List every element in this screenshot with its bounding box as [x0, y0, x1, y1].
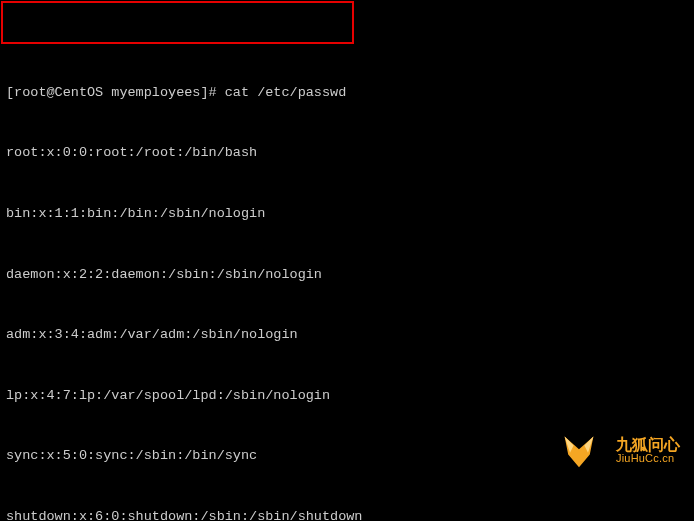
watermark-text: 九狐问心 JiuHuCc.cn — [616, 437, 680, 464]
output-line: adm:x:3:4:adm:/var/adm:/sbin/nologin — [6, 325, 688, 345]
watermark-sub: JiuHuCc.cn — [616, 453, 680, 464]
output-line: root:x:0:0:root:/root:/bin/bash — [6, 143, 688, 163]
watermark-title: 九狐问心 — [616, 437, 680, 453]
fox-icon — [561, 392, 610, 509]
output-line: daemon:x:2:2:daemon:/sbin:/sbin/nologin — [6, 265, 688, 285]
output-line: bin:x:1:1:bin:/bin:/sbin/nologin — [6, 204, 688, 224]
watermark: 九狐问心 JiuHuCc.cn — [561, 392, 680, 509]
shell-prompt: [root@CentOS myemployees]# — [6, 85, 225, 100]
terminal-window[interactable]: [root@CentOS myemployees]# cat /etc/pass… — [0, 0, 694, 521]
highlight-rectangle — [1, 1, 354, 44]
output-line: shutdown:x:6:0:shutdown:/sbin:/sbin/shut… — [6, 507, 688, 521]
typed-command: cat /etc/passwd — [225, 85, 347, 100]
command-line: [root@CentOS myemployees]# cat /etc/pass… — [6, 83, 688, 103]
